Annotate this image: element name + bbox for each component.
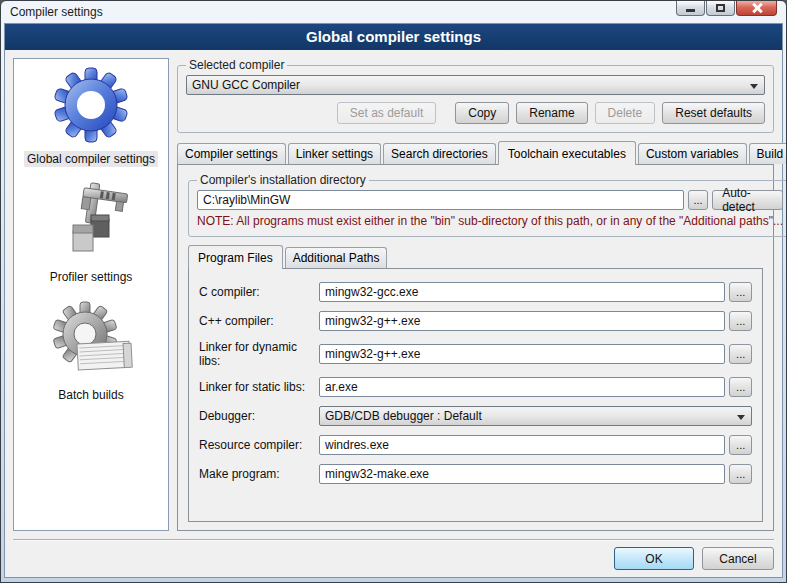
- make-program-input[interactable]: [319, 464, 725, 484]
- dialog-footer: OK Cancel: [13, 539, 774, 577]
- toolchain-executables-panel: Compiler's installation directory ... Au…: [177, 164, 774, 531]
- resource-compiler-browse-button[interactable]: ...: [729, 435, 752, 455]
- sidebar-item-batch-builds[interactable]: Batch builds: [48, 299, 134, 403]
- program-files-panel: C compiler: ... C++ compiler: ...: [188, 268, 763, 522]
- dynamic-linker-input[interactable]: [319, 344, 725, 364]
- installation-note: NOTE: All programs must exist either in …: [197, 214, 783, 228]
- tab-program-files[interactable]: Program Files: [188, 245, 283, 269]
- caliper-icon: [51, 181, 131, 267]
- tab-search-directories[interactable]: Search directories: [383, 143, 496, 164]
- static-linker-label: Linker for static libs:: [199, 380, 319, 394]
- form-row: Linker for static libs: ...: [199, 377, 752, 397]
- static-linker-input[interactable]: [319, 377, 725, 397]
- installation-directory-legend: Compiler's installation directory: [197, 173, 369, 187]
- form-row: C compiler: ...: [199, 282, 752, 302]
- form-row: Make program: ...: [199, 464, 752, 484]
- blue-gear-icon: [47, 61, 135, 149]
- titlebar[interactable]: Compiler settings: [4, 1, 783, 23]
- close-icon: [752, 3, 762, 13]
- c-compiler-browse-button[interactable]: ...: [729, 282, 752, 302]
- program-tabs: Program Files Additional Paths: [188, 246, 763, 268]
- form-row: Debugger: GDB/CDB debugger : Default: [199, 406, 752, 426]
- browse-directory-button[interactable]: ...: [688, 190, 708, 210]
- static-linker-browse-button[interactable]: ...: [729, 377, 752, 397]
- resource-compiler-input[interactable]: [319, 435, 725, 455]
- compiler-select-value: GNU GCC Compiler: [192, 78, 300, 92]
- installation-directory-group: Compiler's installation directory ... Au…: [188, 173, 787, 237]
- cancel-button[interactable]: Cancel: [702, 547, 774, 570]
- minimize-button[interactable]: [676, 1, 705, 16]
- sidebar-item-global-compiler-settings[interactable]: Global compiler settings: [24, 61, 158, 167]
- debugger-label: Debugger:: [199, 409, 319, 423]
- c-compiler-input[interactable]: [319, 282, 725, 302]
- c-compiler-label: C compiler:: [199, 285, 319, 299]
- debugger-select-value: GDB/CDB debugger : Default: [325, 409, 482, 423]
- close-button[interactable]: [736, 1, 777, 16]
- rename-button[interactable]: Rename: [516, 102, 587, 124]
- chevron-down-icon: [737, 415, 745, 420]
- window-title: Compiler settings: [4, 5, 103, 19]
- dynamic-linker-label: Linker for dynamic libs:: [199, 340, 319, 368]
- form-row: C++ compiler: ...: [199, 311, 752, 331]
- sidebar-item-profiler-settings[interactable]: Profiler settings: [47, 181, 136, 285]
- gray-gear-stack-icon: [48, 299, 134, 385]
- ok-button[interactable]: OK: [614, 547, 694, 570]
- tab-build-options[interactable]: Build options: [749, 143, 787, 164]
- reset-defaults-button[interactable]: Reset defaults: [662, 102, 765, 124]
- form-row: Linker for dynamic libs: ...: [199, 340, 752, 368]
- auto-detect-button[interactable]: Auto-detect: [712, 190, 783, 210]
- cpp-compiler-input[interactable]: [319, 311, 725, 331]
- tab-additional-paths[interactable]: Additional Paths: [285, 247, 388, 268]
- maximize-icon: [716, 4, 725, 12]
- delete-button[interactable]: Delete: [595, 102, 656, 124]
- compiler-tabs: Compiler settings Linker settings Search…: [177, 141, 774, 164]
- selected-compiler-group: Selected compiler GNU GCC Compiler Set a…: [177, 58, 774, 133]
- sidebar-item-label: Profiler settings: [47, 269, 136, 285]
- chevron-down-icon: [750, 84, 758, 89]
- sidebar-item-label: Global compiler settings: [24, 151, 158, 167]
- make-program-label: Make program:: [199, 467, 319, 481]
- tab-linker-settings[interactable]: Linker settings: [288, 143, 381, 164]
- cpp-compiler-label: C++ compiler:: [199, 314, 319, 328]
- set-as-default-button[interactable]: Set as default: [337, 102, 436, 124]
- resource-compiler-label: Resource compiler:: [199, 438, 319, 452]
- debugger-select[interactable]: GDB/CDB debugger : Default: [319, 406, 752, 426]
- selected-compiler-legend: Selected compiler: [186, 58, 287, 72]
- minimize-icon: [686, 9, 695, 12]
- compiler-settings-window: Compiler settings Global compiler settin…: [0, 0, 787, 583]
- tab-toolchain-executables[interactable]: Toolchain executables: [498, 141, 636, 165]
- make-program-browse-button[interactable]: ...: [729, 464, 752, 484]
- form-row: Resource compiler: ...: [199, 435, 752, 455]
- tab-compiler-settings[interactable]: Compiler settings: [177, 143, 286, 164]
- cpp-compiler-browse-button[interactable]: ...: [729, 311, 752, 331]
- tab-custom-variables[interactable]: Custom variables: [638, 143, 747, 164]
- maximize-button[interactable]: [706, 1, 735, 16]
- dynamic-linker-browse-button[interactable]: ...: [729, 344, 752, 364]
- dialog-header: Global compiler settings: [5, 24, 782, 50]
- installation-directory-input[interactable]: [197, 190, 684, 210]
- copy-button[interactable]: Copy: [455, 102, 509, 124]
- settings-category-list: Global compiler settings: [13, 58, 169, 531]
- sidebar-item-label: Batch builds: [55, 387, 126, 403]
- compiler-select[interactable]: GNU GCC Compiler: [186, 75, 765, 95]
